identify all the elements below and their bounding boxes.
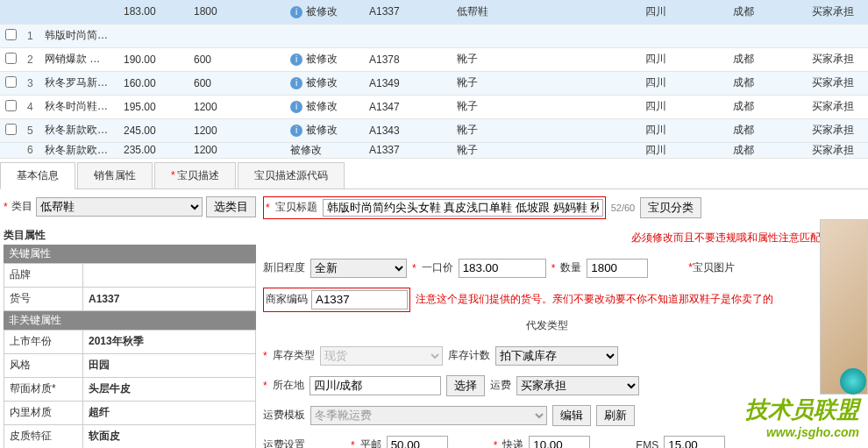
table-row[interactable]: 4 秋冬时尚鞋…195.001200 i被修改 A1347靴子 四川成都买家承担 xyxy=(0,95,868,118)
stock-type-select[interactable]: 现货 xyxy=(320,346,443,366)
surface-label: 平邮 xyxy=(360,437,381,448)
info-icon: i xyxy=(290,6,302,18)
ems-input[interactable] xyxy=(664,436,725,449)
code-label: 商家编码 xyxy=(266,292,308,307)
attr-header: 类目属性 xyxy=(4,226,256,245)
surface-input[interactable] xyxy=(387,436,448,449)
ship-tpl-label: 运费模板 xyxy=(263,408,305,423)
location-input[interactable] xyxy=(309,376,441,395)
row-checkbox[interactable] xyxy=(5,100,17,111)
location-label: 所在地 xyxy=(273,378,304,393)
location-select-button[interactable]: 选择 xyxy=(446,375,485,396)
stock-count-label: 库存计数 xyxy=(448,348,490,363)
row-checkbox[interactable] xyxy=(5,29,17,40)
left-panel: *类目 低帮鞋 选类目 类目属性 关键属性 品牌 货号A1337 非关键属性 上… xyxy=(4,196,256,449)
ship-tpl-select[interactable]: 冬季靴运费 xyxy=(310,406,547,425)
code-note: 注意这个是我们提供的货号。亲们不要改动要不你不知道那双鞋子是你卖了的 xyxy=(416,292,773,307)
nonkey-attr-group: 非关键属性 xyxy=(4,311,256,330)
express-input[interactable] xyxy=(529,436,590,449)
stock-count-select[interactable]: 拍下减库存 xyxy=(495,346,618,366)
nonkey-attr-table: 上市年份2013年秋季 风格田园 帮面材质*头层牛皮 内里材质超纤 皮质特征软面… xyxy=(4,330,256,449)
float-help-icon[interactable] xyxy=(840,368,866,395)
refresh-button[interactable]: 刷新 xyxy=(596,405,635,426)
table-row[interactable]: 6 秋冬新款欧…235.001200 被修改 A1337靴子 四川成都买家承担 xyxy=(0,142,868,158)
edit-button[interactable]: 编辑 xyxy=(552,405,591,426)
info-icon: i xyxy=(290,53,302,66)
tab-desc[interactable]: *宝贝描述 xyxy=(154,162,236,188)
table-row[interactable]: 3 秋冬罗马新…160.00600 i被修改 A1349靴子 四川成都买家承担 xyxy=(0,71,868,95)
condition-select[interactable]: 全新 xyxy=(310,259,407,278)
tab-basic[interactable]: 基本信息 xyxy=(0,162,75,189)
condition-label: 新旧程度 xyxy=(263,260,305,275)
table-row[interactable]: 2 网销爆款 …190.00600 i被修改 A1378靴子 四川成都买家承担 xyxy=(0,47,868,71)
info-icon: i xyxy=(290,101,302,113)
product-image-thumb[interactable] xyxy=(820,219,868,395)
price-input[interactable] xyxy=(459,259,546,278)
code-input[interactable] xyxy=(311,290,408,309)
image-label: 宝贝图片 xyxy=(693,261,735,274)
table-row[interactable]: 5 秋冬新款欧…245.001200 i被修改 A1343靴子 四川成都买家承担 xyxy=(0,118,868,142)
qty-input[interactable] xyxy=(587,259,648,278)
info-icon: i xyxy=(290,124,302,137)
ems-label: EMS xyxy=(636,439,658,449)
key-attr-group: 关键属性 xyxy=(4,245,256,263)
row-checkbox[interactable] xyxy=(5,76,17,88)
category-select[interactable]: 低帮鞋 xyxy=(36,197,203,217)
info-icon: i xyxy=(290,77,302,89)
key-attr-table: 品牌 货号A1337 xyxy=(4,263,256,311)
product-table: 183.001800 i被修改 A1337低帮鞋 四川成都买家承担 1 韩版时尚… xyxy=(0,0,868,159)
tab-source[interactable]: 宝贝描述源代码 xyxy=(238,162,345,188)
express-label: 快递 xyxy=(502,437,523,448)
ship-label: 运费 xyxy=(490,378,511,393)
category-label: 类目 xyxy=(11,199,32,214)
title-counter: 52/60 xyxy=(611,203,636,213)
table-row[interactable]: 1 韩版时尚简… xyxy=(0,24,868,47)
detail-tabs: 基本信息 销售属性 *宝贝描述 宝贝描述源代码 xyxy=(0,162,868,189)
select-category-button[interactable]: 选类目 xyxy=(206,196,256,217)
row-checkbox[interactable] xyxy=(5,124,17,135)
title-box: *宝贝标题 xyxy=(263,196,606,219)
row-checkbox[interactable] xyxy=(5,53,17,64)
stock-type-label: 库存类型 xyxy=(273,348,315,363)
price-label: 一口价 xyxy=(422,260,453,275)
qty-label: 数量 xyxy=(560,260,581,275)
title-input[interactable] xyxy=(323,199,603,217)
ship-set-label: 运费设置 xyxy=(263,437,305,448)
title-label: 宝贝标题 xyxy=(275,200,317,215)
ship-select[interactable]: 买家承担 xyxy=(516,376,639,395)
code-box: 商家编码 xyxy=(263,288,410,312)
title-note: 必须修改而且不要违规哦和属性注意匹配 xyxy=(631,231,821,245)
category-assign-button[interactable]: 宝贝分类 xyxy=(640,197,701,218)
watermark: 技术员联盟 www.jsgho.com xyxy=(745,395,859,439)
agent-type-label: 代发类型 xyxy=(526,318,568,333)
tab-sales[interactable]: 销售属性 xyxy=(77,162,153,188)
table-header-row: 183.001800 i被修改 A1337低帮鞋 四川成都买家承担 xyxy=(0,0,868,24)
